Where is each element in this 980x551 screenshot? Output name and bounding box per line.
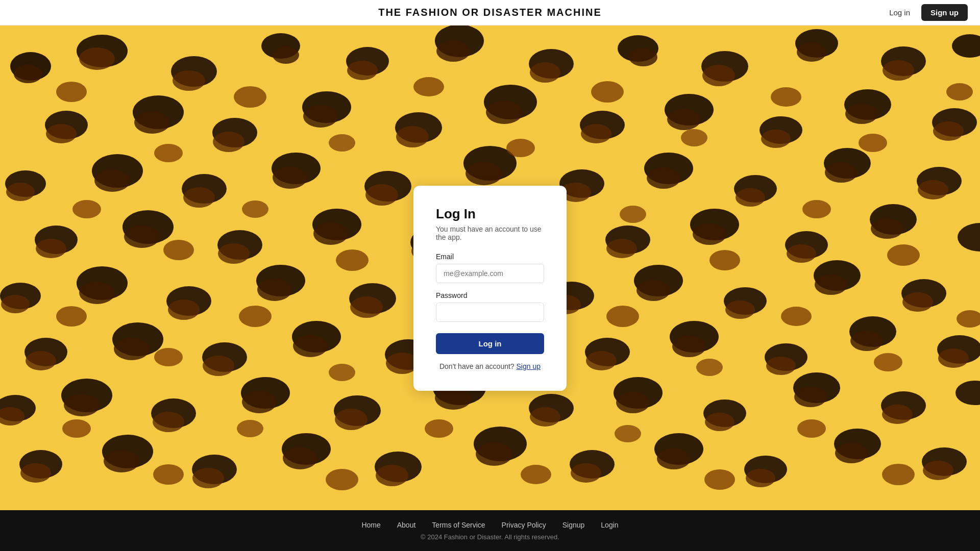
svg-point-44: [933, 121, 964, 141]
svg-point-21: [883, 60, 914, 81]
svg-point-5: [173, 70, 205, 91]
svg-point-40: [761, 130, 791, 148]
header-signup-button[interactable]: Sign up: [921, 4, 968, 21]
svg-point-111: [26, 351, 56, 370]
footer-link-signup[interactable]: Signup: [562, 521, 585, 529]
footer-link-privacy[interactable]: Privacy Policy: [502, 521, 546, 529]
footer-links: Home About Terms of Service Privacy Poli…: [361, 521, 618, 529]
svg-point-195: [709, 250, 740, 270]
svg-point-70: [124, 226, 160, 248]
svg-point-186: [859, 134, 887, 152]
svg-point-194: [620, 206, 646, 223]
svg-point-149: [705, 413, 734, 431]
login-title: Log In: [436, 206, 544, 222]
svg-point-86: [871, 218, 903, 239]
svg-point-211: [237, 420, 263, 437]
svg-point-214: [521, 465, 551, 484]
email-input[interactable]: [436, 264, 544, 283]
svg-point-176: [923, 461, 953, 480]
svg-point-60: [647, 167, 680, 189]
login-submit-button[interactable]: Log in: [436, 333, 544, 354]
svg-point-36: [581, 124, 611, 143]
svg-point-84: [787, 244, 816, 263]
login-subtitle: You must have an account to use the app.: [436, 225, 544, 241]
header: THE FASHION OR DISASTER MACHINE Log in S…: [0, 0, 980, 26]
svg-point-52: [273, 166, 307, 189]
svg-point-74: [313, 222, 348, 245]
svg-point-80: [606, 239, 637, 258]
svg-point-48: [94, 169, 130, 192]
svg-point-178: [154, 144, 183, 162]
svg-point-107: [815, 274, 847, 295]
svg-point-199: [154, 348, 183, 366]
svg-point-201: [329, 364, 355, 381]
svg-point-205: [696, 359, 723, 376]
svg-point-204: [606, 306, 639, 327]
footer: Home About Terms of Service Privacy Poli…: [0, 510, 980, 551]
svg-point-38: [667, 109, 701, 130]
svg-point-190: [242, 201, 268, 218]
svg-point-170: [657, 448, 691, 469]
svg-point-196: [802, 200, 831, 218]
signup-link[interactable]: Sign up: [517, 362, 541, 370]
svg-point-177: [56, 82, 87, 102]
svg-point-191: [336, 249, 369, 271]
footer-link-about[interactable]: About: [397, 521, 416, 529]
svg-point-139: [242, 391, 277, 413]
footer-link-home[interactable]: Home: [361, 521, 380, 529]
svg-point-197: [887, 244, 920, 266]
svg-point-87: [958, 223, 980, 252]
svg-point-198: [56, 306, 87, 327]
svg-point-184: [681, 129, 707, 146]
svg-point-91: [79, 282, 115, 304]
svg-point-34: [486, 101, 523, 124]
footer-link-login[interactable]: Login: [601, 521, 618, 529]
svg-point-206: [781, 307, 812, 326]
signup-prompt-text: Don't have an account?: [439, 362, 514, 370]
svg-point-164: [376, 465, 408, 486]
svg-point-7: [273, 46, 299, 64]
svg-point-154: [955, 381, 980, 405]
svg-point-185: [771, 87, 801, 107]
svg-point-180: [329, 134, 355, 152]
svg-point-68: [36, 239, 66, 258]
svg-point-97: [350, 296, 383, 318]
password-input[interactable]: [436, 303, 544, 322]
svg-point-141: [335, 409, 368, 430]
svg-point-46: [6, 183, 35, 201]
svg-point-109: [902, 292, 933, 312]
svg-point-156: [20, 463, 51, 483]
svg-point-183: [591, 81, 624, 103]
svg-point-3: [79, 47, 115, 70]
svg-point-15: [629, 48, 657, 66]
svg-point-42: [845, 104, 878, 124]
header-nav: Log in Sign up: [884, 4, 968, 21]
svg-point-9: [347, 61, 378, 80]
footer-copyright: © 2024 Fashion or Disaster. All rights r…: [421, 533, 559, 541]
password-label: Password: [436, 291, 544, 299]
svg-point-200: [239, 306, 272, 327]
svg-point-189: [163, 240, 194, 260]
svg-point-62: [736, 188, 765, 207]
svg-point-17: [702, 65, 735, 86]
header-login-button[interactable]: Log in: [884, 5, 915, 20]
svg-point-209: [62, 419, 91, 438]
svg-point-147: [616, 392, 650, 413]
svg-point-158: [104, 450, 139, 472]
footer-link-terms[interactable]: Terms of Service: [432, 521, 485, 529]
svg-point-135: [64, 394, 100, 416]
svg-point-162: [283, 447, 317, 469]
site-title: THE FASHION OR DISASTER MACHINE: [0, 7, 980, 18]
svg-point-151: [794, 387, 827, 407]
svg-point-1: [14, 65, 42, 83]
svg-point-215: [615, 425, 641, 442]
svg-point-168: [571, 463, 601, 483]
svg-point-213: [425, 419, 453, 438]
svg-point-54: [365, 184, 398, 206]
svg-point-105: [725, 300, 755, 319]
svg-point-166: [476, 442, 512, 466]
svg-point-24: [46, 124, 77, 143]
svg-point-129: [850, 331, 883, 351]
svg-point-89: [1, 295, 30, 313]
svg-point-174: [835, 443, 868, 463]
